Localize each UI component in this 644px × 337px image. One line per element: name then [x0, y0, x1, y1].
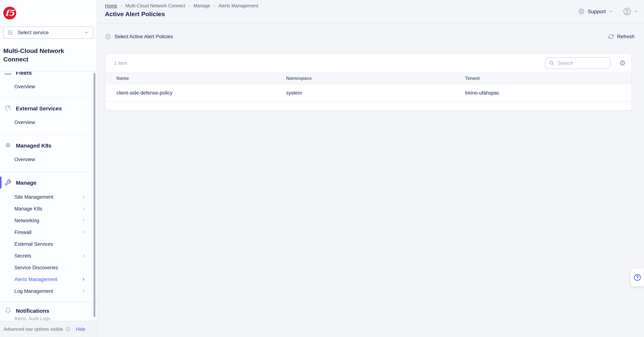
divider: [0, 172, 92, 172]
app-window: f5 Select service Multi-Cloud Network Co…: [0, 0, 644, 337]
active-indicator: [0, 177, 2, 188]
sidebar-item-managed-k8s-overview[interactable]: Overview: [0, 153, 97, 166]
table-settings-gear-icon[interactable]: ⚙: [619, 59, 626, 66]
search-input[interactable]: [557, 60, 606, 66]
chevron-down-icon: [634, 9, 638, 13]
chevron-down-icon: [84, 30, 89, 35]
search-icon: [549, 60, 554, 65]
sidebar-item-networking[interactable]: Networking: [0, 215, 97, 226]
cell-tenant: treino-ufahspac: [465, 90, 632, 96]
bell-icon: [4, 307, 12, 314]
sidebar-title: Multi-Cloud Network Connect: [0, 39, 97, 64]
column-header-tenant[interactable]: Tenant: [465, 76, 632, 81]
sidebar-nav: Fleets Overview External Services: [0, 71, 97, 302]
card-padding: [105, 101, 632, 110]
life-buoy-icon: [578, 8, 585, 15]
cell-name: client-side-defense-policy: [116, 90, 286, 96]
sidebar-item-secrets[interactable]: Secrets: [0, 250, 97, 262]
fleet-icon: [4, 71, 12, 76]
chevron-right-icon: [81, 195, 86, 199]
sidebar-scrollbar[interactable]: [94, 73, 95, 317]
select-active-alert-policies-button[interactable]: Select Active Alert Policies: [105, 33, 173, 39]
account-menu[interactable]: [623, 7, 638, 16]
chevron-right-icon: [81, 277, 86, 282]
sidebar-item-firewall[interactable]: Firewall: [0, 226, 97, 238]
page-title: Active Alert Policies: [105, 11, 644, 18]
sidebar-footer: Advanced nav options visible Hide: [0, 321, 97, 337]
sidebar-item-log-management[interactable]: Log Management: [0, 285, 97, 297]
table-header-row: Name Namespace Tenant: [105, 72, 632, 85]
sidebar-section-label: External Services: [16, 105, 62, 111]
sidebar: f5 Select service Multi-Cloud Network Co…: [0, 0, 97, 337]
support-label: Support: [588, 8, 606, 14]
sidebar-section-label: Notifications: [16, 307, 49, 314]
hide-advanced-nav-link[interactable]: Hide: [76, 327, 85, 332]
sidebar-section-notifications[interactable]: Notifications Alerts, Audit Logs: [0, 302, 97, 321]
column-header-name[interactable]: Name: [116, 76, 286, 81]
chevron-right-icon: [81, 206, 86, 211]
main-content: Home › Multi-Cloud Network Connect › Man…: [97, 0, 644, 337]
breadcrumb-separator: ›: [120, 3, 122, 8]
actions-toolbar: Select Active Alert Policies Refresh: [97, 23, 644, 54]
help-circle-icon: [633, 273, 642, 281]
sidebar-section-label: Fleets: [16, 71, 32, 76]
f5-logo-icon: f5: [3, 6, 16, 20]
sidebar-section-label: Manage: [16, 179, 36, 186]
sidebar-item-manage-k8s[interactable]: Manage K8s: [0, 203, 97, 215]
help-button[interactable]: [631, 268, 644, 286]
breadcrumb-separator: ›: [214, 3, 215, 8]
info-icon: [66, 327, 70, 332]
sidebar-section-label: Managed K8s: [16, 142, 51, 148]
breadcrumb-item[interactable]: Manage: [194, 3, 210, 8]
sidebar-item-service-discoveries[interactable]: Service Discoveries: [0, 262, 97, 273]
sidebar-item-site-management[interactable]: Site Management: [0, 191, 97, 203]
divider: [0, 135, 92, 135]
sidebar-item-alerts-management[interactable]: Alerts Management: [0, 273, 97, 285]
chevron-right-icon: [81, 230, 86, 234]
support-menu[interactable]: Support: [578, 8, 613, 15]
chevron-down-icon: [609, 9, 613, 13]
alert-policies-table-card: 1 item ⚙ Name Namespace Tenant clien: [105, 54, 632, 110]
service-picker-label: Select service: [18, 30, 79, 35]
chevron-right-icon: [81, 254, 86, 258]
sidebar-section-fleets[interactable]: Fleets: [0, 71, 97, 80]
divider: [0, 97, 92, 98]
column-header-namespace[interactable]: Namespace: [286, 76, 465, 81]
advanced-nav-status: Advanced nav options visible: [4, 327, 63, 332]
service-picker-dropdown[interactable]: Select service: [3, 26, 94, 39]
refresh-icon: [608, 34, 614, 39]
table-row[interactable]: client-side-defense-policy system treino…: [105, 85, 632, 101]
breadcrumb-item[interactable]: Alerts Management: [218, 3, 258, 8]
plus-circle-icon: [105, 33, 111, 39]
cell-namespace: system: [286, 90, 465, 96]
breadcrumb: Home › Multi-Cloud Network Connect › Man…: [105, 3, 644, 8]
sidebar-item-external-services-overview[interactable]: Overview: [0, 115, 97, 129]
breadcrumb-separator: ›: [189, 3, 190, 8]
helm-wheel-icon: ☸: [4, 142, 12, 149]
refresh-button[interactable]: Refresh: [608, 34, 634, 39]
sidebar-section-manage[interactable]: Manage: [0, 175, 97, 190]
grid-icon: [7, 30, 13, 35]
chevron-right-icon: [81, 218, 86, 223]
sidebar-item-fleets-overview[interactable]: Overview: [0, 80, 97, 93]
chevron-right-icon: [81, 289, 86, 293]
shield-arrow-icon: [4, 105, 12, 112]
item-count: 1 item: [114, 60, 127, 66]
brand-logo[interactable]: f5: [0, 0, 97, 21]
wrench-icon: [4, 179, 12, 186]
breadcrumb-home[interactable]: Home: [105, 3, 117, 8]
sidebar-section-external-services[interactable]: External Services: [0, 101, 97, 115]
f5-logo-text: f5: [5, 8, 15, 18]
page-header: Home › Multi-Cloud Network Connect › Man…: [97, 0, 644, 23]
sidebar-section-managed-k8s[interactable]: ☸ Managed K8s: [0, 138, 97, 153]
table-toolbar: 1 item ⚙: [105, 54, 632, 72]
table-search: [545, 57, 610, 69]
sidebar-item-external-services[interactable]: External Services: [0, 238, 97, 250]
user-avatar-icon: [623, 7, 632, 16]
breadcrumb-item[interactable]: Multi-Cloud Network Connect: [126, 3, 185, 8]
